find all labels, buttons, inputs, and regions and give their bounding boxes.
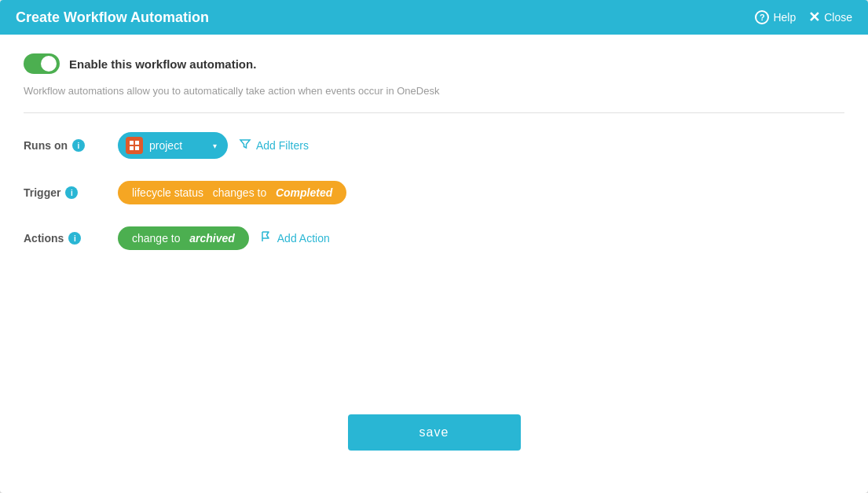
enable-row: Enable this workflow automation. bbox=[24, 53, 844, 74]
close-label: Close bbox=[824, 11, 852, 24]
add-filters-button[interactable]: Add Filters bbox=[239, 138, 309, 153]
action-pill[interactable]: change to archived bbox=[118, 226, 249, 250]
flag-icon bbox=[260, 230, 273, 246]
help-icon: ? bbox=[755, 10, 769, 24]
runs-on-label: Runs on i bbox=[24, 139, 118, 152]
actions-content: change to archived Add Action bbox=[118, 226, 844, 250]
trigger-text: Trigger bbox=[24, 186, 60, 199]
svg-rect-1 bbox=[135, 141, 139, 145]
modal-header: Create Workflow Automation ? Help ✕ Clos… bbox=[0, 0, 868, 35]
svg-rect-2 bbox=[130, 146, 134, 150]
close-button[interactable]: ✕ Close bbox=[808, 9, 852, 26]
header-actions: ? Help ✕ Close bbox=[755, 9, 852, 26]
actions-info-icon[interactable]: i bbox=[68, 232, 81, 245]
add-filters-label: Add Filters bbox=[256, 139, 309, 152]
trigger-pill[interactable]: lifecycle status changes to Completed bbox=[118, 181, 346, 204]
save-button[interactable]: save bbox=[348, 414, 521, 451]
modal-title: Create Workflow Automation bbox=[16, 9, 209, 26]
add-action-label: Add Action bbox=[277, 232, 330, 245]
runs-on-info-icon[interactable]: i bbox=[72, 139, 85, 152]
runs-on-content: project ▾ Add Filters bbox=[118, 132, 844, 159]
trigger-content: lifecycle status changes to Completed bbox=[118, 181, 844, 204]
trigger-info-icon[interactable]: i bbox=[65, 186, 78, 199]
dropdown-arrow-icon: ▾ bbox=[213, 142, 217, 150]
runs-on-text: Runs on bbox=[24, 139, 68, 152]
runs-on-row: Runs on i project bbox=[24, 132, 844, 159]
divider bbox=[24, 112, 844, 113]
actions-label: Actions i bbox=[24, 232, 118, 245]
enable-label: Enable this workflow automation. bbox=[69, 57, 256, 71]
svg-rect-3 bbox=[135, 146, 139, 150]
footer: save bbox=[24, 399, 844, 474]
project-dropdown[interactable]: project ▾ bbox=[118, 132, 228, 159]
trigger-label: Trigger i bbox=[24, 186, 118, 199]
actions-text: Actions bbox=[24, 232, 64, 245]
project-icon bbox=[126, 137, 143, 154]
svg-rect-0 bbox=[130, 141, 134, 145]
help-button[interactable]: ? Help bbox=[755, 10, 796, 24]
modal-content: Enable this workflow automation. Workflo… bbox=[0, 35, 868, 493]
filter-icon bbox=[239, 138, 251, 153]
actions-row: Actions i change to archived Add Action bbox=[24, 226, 844, 250]
trigger-row: Trigger i lifecycle status changes to Co… bbox=[24, 181, 844, 204]
modal-window: Create Workflow Automation ? Help ✕ Clos… bbox=[0, 0, 868, 493]
add-action-button[interactable]: Add Action bbox=[260, 230, 330, 246]
close-icon: ✕ bbox=[808, 9, 820, 26]
project-dropdown-value: project bbox=[149, 139, 182, 152]
description-text: Workflow automations allow you to automa… bbox=[24, 85, 844, 97]
enable-toggle[interactable] bbox=[24, 53, 60, 74]
help-label: Help bbox=[773, 11, 796, 24]
form-rows: Runs on i project bbox=[24, 132, 844, 250]
